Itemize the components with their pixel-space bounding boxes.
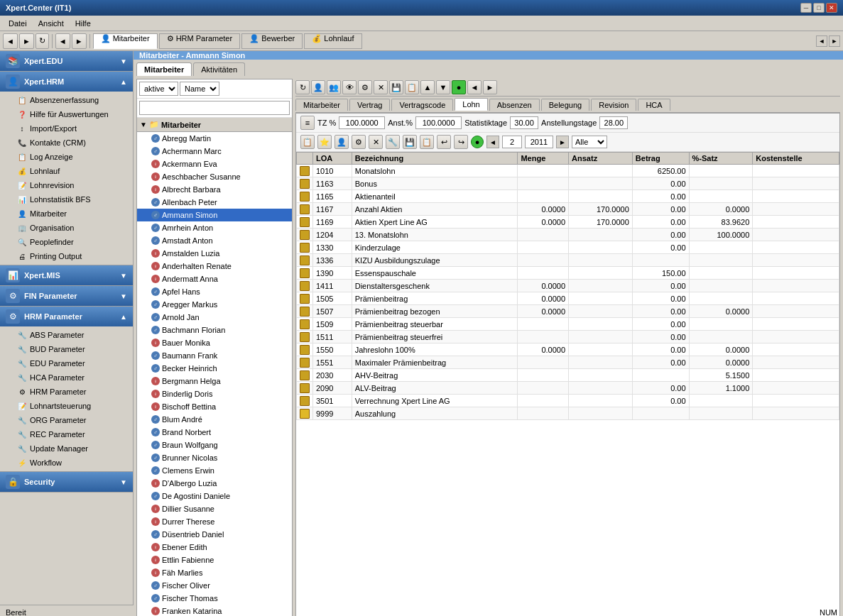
rtool-green[interactable]: ● xyxy=(452,80,466,94)
month-next[interactable]: ► xyxy=(556,136,569,148)
tab-lohnlauf[interactable]: 💰 Lohnlauf xyxy=(304,33,361,49)
tab-content-mitarbeiter[interactable]: Mitarbeiter xyxy=(136,62,192,76)
list-item[interactable]: ♂Apfel Hans xyxy=(137,285,292,298)
sidebar-item-update-manager[interactable]: 🔧 Update Manager xyxy=(0,441,133,456)
sidebar-item-log[interactable]: 📋 Log Anzeige xyxy=(0,150,133,164)
list-item[interactable]: ♂De Agostini Daniele xyxy=(137,490,292,502)
sidebar-header-hrm-param[interactable]: ⚙ HRM Parameter ▲ xyxy=(0,307,133,326)
rtab-revision[interactable]: Revision xyxy=(591,99,636,111)
list-item[interactable]: ♂Fischer Oliver xyxy=(137,579,292,592)
sidebar-header-security[interactable]: 🔒 Security ▼ xyxy=(0,472,133,492)
lohn-green[interactable]: ● xyxy=(471,136,484,148)
sidebar-item-hca[interactable]: 🔧 HCA Parameter xyxy=(0,370,133,385)
lohn-tool8[interactable]: 📋 xyxy=(420,135,434,149)
rtab-absenzen[interactable]: Absenzen xyxy=(489,99,540,111)
list-item[interactable]: ♂Braun Wolfgang xyxy=(137,439,292,451)
table-row[interactable]: 1165Aktienanteil0.00 xyxy=(297,190,839,203)
list-item[interactable]: ♂Brand Norbert xyxy=(137,426,292,439)
table-row[interactable]: 1509Prämienbeitrag steuerbar0.00 xyxy=(297,318,839,331)
sidebar-item-edu-param[interactable]: 🔧 EDU Parameter xyxy=(0,356,133,370)
close-button[interactable]: ✕ xyxy=(826,3,837,13)
sidebar-item-abs[interactable]: 🔧 ABS Parameter xyxy=(0,328,133,342)
list-item[interactable]: ♀Franken Katarina xyxy=(137,605,292,616)
table-row[interactable]: 1336KIZU Ausbildungszulage xyxy=(297,254,839,267)
forward-button[interactable]: ► xyxy=(19,33,34,49)
table-row[interactable]: 1330Kinderzulage0.00 xyxy=(297,241,839,254)
sidebar-header-fin[interactable]: ⚙ FIN Parameter ▼ xyxy=(0,286,133,306)
rtool-person[interactable]: 👤 xyxy=(311,80,325,94)
sidebar-item-hilfe-auswertung[interactable]: ❓ Hilfe für Auswertungen xyxy=(0,107,133,121)
list-item[interactable]: ♂Becker Heinrich xyxy=(137,362,292,375)
table-row[interactable]: 120413. Monatslohn0.00100.0000 xyxy=(297,229,839,241)
sidebar-header-edu[interactable]: 📚 Xpert.EDU ▼ xyxy=(0,51,133,71)
table-row[interactable]: 1010Monatslohn6250.00 xyxy=(297,165,839,177)
rtab-belegung[interactable]: Belegung xyxy=(541,99,590,111)
sidebar-item-mitarbeiter[interactable]: 👤 Mitarbeiter xyxy=(0,207,133,221)
sidebar-item-bud[interactable]: 🔧 BUD Parameter xyxy=(0,342,133,356)
list-item[interactable]: ♂Allenbach Peter xyxy=(137,196,292,209)
table-row[interactable]: 2090ALV-Beitrag0.001.1000 xyxy=(297,382,839,395)
tab-mitarbeiter[interactable]: 👤 Mitarbeiter xyxy=(93,33,158,49)
list-item[interactable]: ♂Arnold Jan xyxy=(137,311,292,324)
minimize-button[interactable]: ─ xyxy=(800,3,812,13)
list-item[interactable]: ♀Ackermann Eva xyxy=(137,158,292,170)
lohn-tool5[interactable]: ✕ xyxy=(369,135,383,149)
rtab-vertrag[interactable]: Vertrag xyxy=(349,99,390,111)
refresh-button[interactable]: ↻ xyxy=(36,33,49,49)
sidebar-item-absenzen[interactable]: 📋 Absenzenerfassung xyxy=(0,93,133,107)
list-item[interactable]: ♀Fäh Marlies xyxy=(137,566,292,579)
sidebar-item-workflow[interactable]: ⚡ Workflow xyxy=(0,456,133,470)
list-item[interactable]: ♂Achermann Marc xyxy=(137,145,292,158)
list-item[interactable]: ♀Anderhalten Renate xyxy=(137,260,292,273)
list-item[interactable]: ♂Amrhein Anton xyxy=(137,221,292,234)
sidebar-item-hrm-param2[interactable]: ⚙ HRM Parameter xyxy=(0,385,133,399)
table-row[interactable]: 1411Dienstaltersgeschenk0.00000.00 xyxy=(297,280,839,292)
month-input[interactable] xyxy=(502,136,522,148)
list-item[interactable]: ♂Ammann Simon xyxy=(137,209,292,221)
rtab-vertragscode[interactable]: Vertragscode xyxy=(391,99,453,111)
rtool-nav-l[interactable]: ◄ xyxy=(467,80,482,94)
sidebar-header-mis[interactable]: 📊 Xpert.MIS ▼ xyxy=(0,265,133,285)
list-item[interactable]: ♀Dillier Susanne xyxy=(137,502,292,515)
rtool-people[interactable]: 👥 xyxy=(327,80,341,94)
list-item[interactable]: ♀Albrecht Barbara xyxy=(137,183,292,196)
table-row[interactable]: 1511Prämienbeitrag steuerfrei0.00 xyxy=(297,331,839,343)
list-item[interactable]: ♂Baumann Frank xyxy=(137,349,292,362)
table-row[interactable]: 2030AHV-Beitrag5.1500 xyxy=(297,369,839,382)
field-filter[interactable]: Name xyxy=(180,82,219,96)
filter-select[interactable]: Alle xyxy=(572,136,607,148)
tab-hrm-parameter[interactable]: ⚙ HRM Parameter xyxy=(159,33,241,49)
month-prev[interactable]: ◄ xyxy=(486,136,499,148)
rtool-copy[interactable]: 📋 xyxy=(405,80,419,94)
menu-hilfe[interactable]: Hilfe xyxy=(70,18,97,29)
rtool-save[interactable]: 💾 xyxy=(389,80,403,94)
sidebar-item-kontakte[interactable]: 📞 Kontakte (CRM) xyxy=(0,136,133,150)
sidebar-item-peoplefinder[interactable]: 🔍 Peoplefinder xyxy=(0,235,133,249)
tab-bewerber[interactable]: 👤 Bewerber xyxy=(241,33,303,49)
menu-datei[interactable]: Datei xyxy=(3,18,33,29)
list-item[interactable]: ♀Aeschbacher Susanne xyxy=(137,170,292,183)
sidebar-item-lohnstatistik[interactable]: 📊 Lohnstatistik BFS xyxy=(0,192,133,207)
list-item[interactable]: ♀Amstalden Luzia xyxy=(137,247,292,260)
sidebar-item-org-param[interactable]: 🔧 ORG Parameter xyxy=(0,413,133,427)
lohn-tool2[interactable]: ⭐ xyxy=(317,135,332,149)
rtool-refresh[interactable]: ↻ xyxy=(295,80,310,94)
table-row[interactable]: 9999Auszahlung xyxy=(297,407,839,420)
list-item[interactable]: ♂Blum André xyxy=(137,413,292,426)
sidebar-item-lohnart[interactable]: 📝 Lohnartsteuerung xyxy=(0,399,133,413)
list-item[interactable]: ♀Bischoff Bettina xyxy=(137,400,292,413)
list-item[interactable]: ♂Brunner Nicolas xyxy=(137,451,292,464)
list-item[interactable]: ♂Fischer Thomas xyxy=(137,592,292,605)
nav-back-button[interactable]: ◄ xyxy=(55,33,70,49)
maximize-button[interactable]: □ xyxy=(813,3,825,13)
lohn-tool4[interactable]: ⚙ xyxy=(352,135,366,149)
tab-nav-right[interactable]: ► xyxy=(829,35,840,47)
list-item[interactable]: ♂Clemens Erwin xyxy=(137,464,292,477)
table-row[interactable]: 1167Anzahl Aktien0.0000170.00000.000.000… xyxy=(297,203,839,216)
status-filter[interactable]: aktive xyxy=(139,82,178,96)
lohn-tool3[interactable]: 👤 xyxy=(335,135,349,149)
search-input[interactable] xyxy=(139,101,290,115)
list-item[interactable]: ♂Amstadt Anton xyxy=(137,234,292,247)
list-item[interactable]: ♀Andermatt Anna xyxy=(137,273,292,285)
table-row[interactable]: 1550Jahreslohn 100%0.00000.000.0000 xyxy=(297,343,839,356)
